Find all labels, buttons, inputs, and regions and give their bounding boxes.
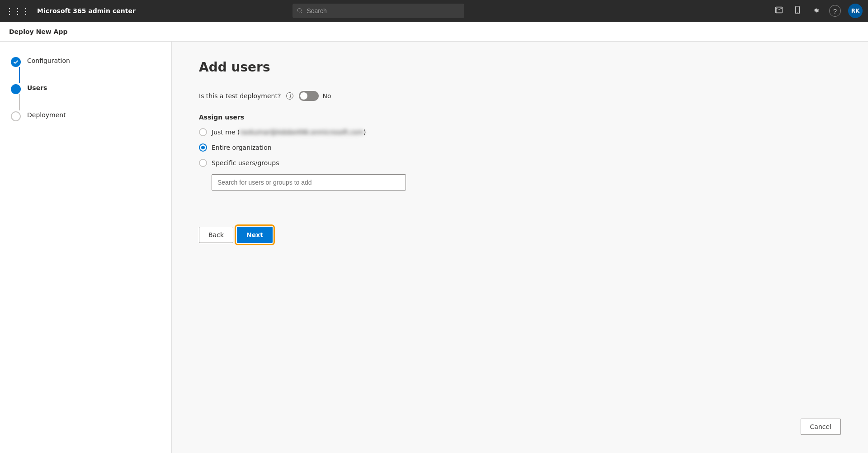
step-connector-2 <box>19 94 20 110</box>
assign-users-label: Assign users <box>199 114 841 121</box>
top-navigation: ⋮⋮⋮ Microsoft 365 admin center ? RK <box>0 0 868 22</box>
mail-icon[interactable] <box>773 4 785 18</box>
back-button[interactable]: Back <box>199 227 233 243</box>
main-layout: Configuration Users Deployment Add users <box>0 42 868 453</box>
radio-entire-org[interactable]: Entire organization <box>199 143 841 152</box>
test-deployment-row: Is this a test deployment? i No <box>199 91 841 101</box>
radio-specific-users[interactable]: Specific users/groups <box>199 159 841 167</box>
step-item-deployment: Deployment <box>11 110 160 121</box>
test-deployment-label: Is this a test deployment? <box>199 92 281 100</box>
page-header: Deploy New App <box>0 22 868 42</box>
step-indicator-users <box>11 84 21 94</box>
radio-label-entire-org: Entire organization <box>212 144 272 151</box>
step-list: Configuration Users Deployment <box>11 56 160 121</box>
test-deployment-toggle[interactable] <box>299 91 319 101</box>
grid-icon[interactable]: ⋮⋮⋮ <box>5 6 30 16</box>
radio-circle-entire-org <box>199 143 207 152</box>
radio-circle-just-me <box>199 128 207 136</box>
info-icon[interactable]: i <box>286 92 293 100</box>
section-heading: Add users <box>199 60 841 75</box>
button-row: Back Next <box>199 227 841 243</box>
settings-icon[interactable] <box>810 4 822 18</box>
next-button[interactable]: Next <box>237 227 273 243</box>
radio-circle-specific-users <box>199 159 207 167</box>
avatar[interactable]: RK <box>848 4 863 18</box>
assign-users-section: Assign users Just me (ravkumar@Adobe496.… <box>199 114 841 191</box>
sidebar: Configuration Users Deployment <box>0 42 172 453</box>
toggle-container: No <box>299 91 331 101</box>
step-item-configuration: Configuration <box>11 56 160 83</box>
step-item-users: Users <box>11 83 160 110</box>
page-title: Deploy New App <box>9 28 67 35</box>
toggle-value-label: No <box>322 92 331 100</box>
step-label-configuration: Configuration <box>27 56 70 64</box>
search-icon <box>297 8 303 14</box>
cancel-button[interactable]: Cancel <box>801 419 841 435</box>
radio-just-me[interactable]: Just me (ravkumar@Adobe496.onmicrosoft.c… <box>199 128 841 136</box>
svg-point-1 <box>797 12 798 13</box>
app-title: Microsoft 365 admin center <box>37 7 136 14</box>
step-label-deployment: Deployment <box>27 110 66 119</box>
step-indicator-configuration <box>11 57 21 67</box>
global-search[interactable] <box>292 4 464 18</box>
mobile-icon[interactable] <box>792 4 803 18</box>
search-input[interactable] <box>307 7 460 14</box>
blurred-email: ravkumar@Adobe496.onmicrosoft.com <box>240 129 363 136</box>
help-icon[interactable]: ? <box>829 5 841 17</box>
step-label-users: Users <box>27 83 47 91</box>
step-indicator-deployment <box>11 111 21 121</box>
users-search-input[interactable] <box>212 174 406 191</box>
content-area: Add users Is this a test deployment? i N… <box>172 42 868 453</box>
step-connector-1 <box>19 67 20 83</box>
radio-label-just-me: Just me (ravkumar@Adobe496.onmicrosoft.c… <box>212 129 366 136</box>
radio-label-specific-users: Specific users/groups <box>212 159 279 167</box>
nav-right-icons: ? RK <box>773 4 863 18</box>
